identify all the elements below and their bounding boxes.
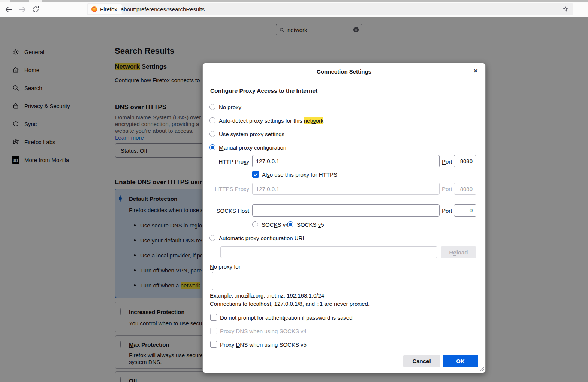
radio-label: Auto-detect proxy settings for this netw…	[219, 117, 323, 124]
http-port-input[interactable]	[454, 155, 476, 167]
forward-button[interactable]	[18, 5, 27, 14]
radio-label: Manual proxy configuration	[219, 144, 286, 151]
socks-port-input[interactable]	[454, 204, 476, 217]
radio-row-auto-detect[interactable]: Auto-detect proxy settings for this netw…	[209, 116, 323, 125]
checkbox-proxy-dns-v5[interactable]	[210, 341, 217, 348]
http-port-label: Port	[442, 158, 452, 165]
radio-use-system[interactable]	[209, 131, 215, 137]
checkbox-label: Do not prompt for authentication if pass…	[220, 314, 353, 321]
bookmark-star-button[interactable]	[562, 6, 569, 13]
checkbox-row-proxy-dns-v5[interactable]: Proxy DNS when using SOCKS v5	[210, 341, 307, 348]
socks-host-label: SOCKS Host	[210, 208, 249, 214]
radio-socks-v4[interactable]	[252, 221, 258, 227]
back-button[interactable]	[4, 5, 13, 14]
cancel-button[interactable]: Cancel	[403, 355, 440, 367]
radio-no-proxy[interactable]	[209, 104, 215, 110]
url-bar[interactable]: Firefox about:preferences#searchResults	[87, 3, 573, 15]
url-text[interactable]: about:preferences#searchResults	[121, 3, 205, 15]
https-port-label: Port	[442, 186, 452, 192]
no-proxy-for-textarea[interactable]	[212, 272, 476, 290]
reload-url-button: Reload	[441, 246, 476, 258]
radio-row-manual-proxy[interactable]: Manual proxy configuration	[209, 143, 286, 152]
browser-toolbar: Firefox about:preferences#searchResults	[0, 2, 588, 17]
radio-socks-v5[interactable]	[287, 221, 293, 227]
checkbox-label: Proxy DNS when using SOCKS v4	[220, 328, 307, 334]
radio-auto-detect[interactable]	[209, 117, 215, 123]
never-proxied-text: Connections to localhost, 127.0.0.1/8, a…	[210, 301, 370, 307]
tab-label: Firefox	[100, 6, 117, 12]
http-proxy-label: HTTP Proxy	[210, 158, 249, 165]
no-proxy-example-text: Example: .mozilla.org, .net.nz, 192.168.…	[210, 292, 324, 299]
socks-host-input[interactable]	[252, 204, 440, 217]
checkbox-label: Proxy DNS when using SOCKS v5	[220, 341, 307, 348]
checkbox-no-auth-prompt[interactable]	[210, 314, 217, 321]
resize-grip[interactable]	[479, 367, 484, 371]
forward-arrow-icon	[18, 5, 27, 14]
auto-url-input	[220, 246, 437, 258]
radio-row-socks-v4[interactable]: SOCKS v4	[252, 220, 289, 229]
checkbox-label: Also use this proxy for HTTPS	[262, 171, 337, 178]
radio-row-use-system[interactable]: Use system proxy settings	[209, 129, 284, 138]
https-port-input	[454, 183, 476, 195]
socks-port-label: Port	[442, 208, 452, 214]
no-proxy-for-label: No proxy for	[210, 263, 241, 270]
radio-row-no-proxy[interactable]: No proxy	[209, 102, 241, 111]
checkbox-row-proxy-dns-v4: Proxy DNS when using SOCKS v4	[210, 328, 307, 334]
checkbox-row-also-https[interactable]: Also use this proxy for HTTPS	[252, 171, 337, 178]
radio-label: No proxy	[219, 104, 241, 110]
dialog-title: Connection Settings	[203, 63, 485, 80]
star-icon	[562, 6, 569, 13]
radio-manual-proxy[interactable]	[209, 144, 215, 150]
highlighted-term: network	[304, 117, 324, 124]
radio-row-socks-v5[interactable]: SOCKS v5	[287, 220, 324, 229]
checkbox-also-https[interactable]	[252, 171, 259, 178]
radio-label: SOCKS v5	[297, 221, 324, 228]
checkbox-proxy-dns-v4	[210, 328, 217, 334]
site-identity-chip[interactable]: Firefox	[88, 4, 122, 14]
http-proxy-input[interactable]	[252, 155, 440, 167]
https-proxy-input	[252, 183, 440, 195]
check-icon	[253, 172, 258, 177]
ok-button[interactable]: OK	[443, 355, 478, 367]
connection-settings-dialog: Connection Settings ✕ Configure Proxy Ac…	[202, 63, 486, 373]
radio-label: SOCKS v4	[262, 221, 289, 228]
radio-auto-url[interactable]	[209, 235, 215, 241]
dialog-header: Connection Settings ✕	[203, 63, 485, 80]
reload-button[interactable]	[31, 5, 40, 14]
radio-label: Use system proxy settings	[219, 131, 284, 137]
radio-row-auto-url[interactable]: Automatic proxy configuration URL	[209, 233, 306, 242]
firefox-icon	[91, 6, 97, 12]
back-arrow-icon	[4, 5, 13, 14]
reload-icon	[31, 5, 40, 14]
https-proxy-label: HTTPS Proxy	[210, 186, 249, 192]
checkbox-row-no-auth-prompt[interactable]: Do not prompt for authentication if pass…	[210, 314, 353, 321]
close-icon[interactable]: ✕	[471, 67, 480, 76]
proxy-heading: Configure Proxy Access to the Internet	[210, 87, 317, 94]
radio-label: Automatic proxy configuration URL	[219, 235, 306, 241]
